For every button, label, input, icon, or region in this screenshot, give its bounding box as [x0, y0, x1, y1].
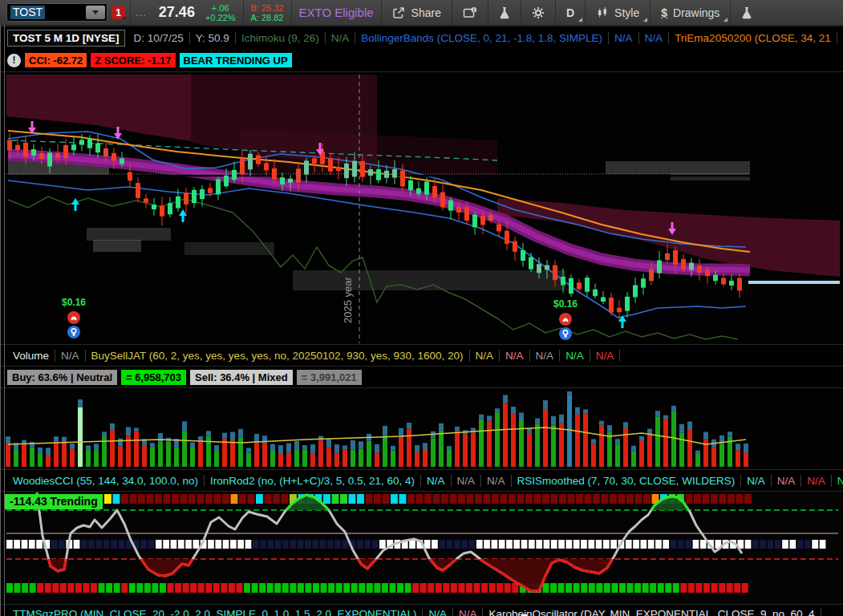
candlestick-icon	[596, 6, 609, 18]
volume-header-row: VolumeN/ABuySellJAT (60, 2, yes, yes, ye…	[0, 344, 843, 366]
chart-header-row: TOST 5 M 1D [NYSE] D: 10/7/25 Y: 50.9 Ic…	[0, 26, 843, 49]
settings-button[interactable]	[521, 0, 556, 25]
svg-text:$0.16: $0.16	[553, 298, 578, 310]
alert-row: ! CCI: -62.72 Z SCORE: -1.17 BEAR TRENDI…	[0, 49, 843, 71]
study-label[interactable]: N/A	[470, 350, 501, 362]
study-label[interactable]: N/A	[326, 32, 356, 44]
volume-canvas[interactable]	[0, 388, 843, 469]
study-label[interactable]: Volume	[7, 350, 55, 362]
study-label[interactable]: BuySellJAT (60, 2, yes, yes, yes, yes, n…	[86, 350, 470, 362]
study-label[interactable]: N/A	[832, 475, 843, 487]
main-chart-pane: 2025 year$0.16$0.16	[0, 71, 843, 344]
study-label[interactable]: N/A	[560, 350, 590, 362]
svg-text:$0.16: $0.16	[62, 297, 86, 308]
ask-price: A: 28.82	[251, 13, 284, 22]
style-label: Style	[614, 6, 639, 19]
zscore-badge: Z SCORE: -1.17	[91, 53, 175, 67]
oscillator-header-row: WoodiesCCI (55, 144, 34.0, 100.0, no)Iro…	[0, 469, 843, 491]
oscillator-pane: -114.43 Trending	[0, 491, 843, 604]
top-toolbar: TOST 1 ... 27.46 +.06 +0.22% B: 25.32 A:…	[0, 0, 843, 26]
share-label: Share	[411, 6, 441, 19]
study-label[interactable]: N/A	[55, 350, 86, 362]
study-label[interactable]: N/A	[801, 475, 832, 487]
study-label[interactable]: IronRod2 (no, (H+L+C)/3, 5, 0.5, 21, 60,…	[205, 475, 421, 487]
buy-volume-badge: = 6,958,703	[121, 370, 186, 385]
chevron-down-icon	[92, 10, 99, 14]
study-label[interactable]: KarobeinOscillator (DAY, MIN, EXPONENTIA…	[483, 608, 821, 616]
cci-badge: CCI: -62.72	[25, 53, 87, 67]
price-change-pct: +0.22%	[205, 13, 236, 22]
flask-icon	[499, 6, 510, 19]
study-label[interactable]: N/A	[609, 32, 639, 44]
drawings-button[interactable]: $ Drawings	[650, 0, 731, 25]
share-button[interactable]: Share	[382, 0, 452, 25]
volume-pane	[0, 387, 843, 469]
symbol-dropdown-button[interactable]	[86, 6, 105, 19]
sell-percent-badge: Sell: 36.4% | Mixed	[190, 370, 293, 385]
study-label[interactable]: TTMSqzPRO (MIN, CLOSE, 20, -2.0, 2.0, SI…	[7, 608, 423, 616]
chart-title: TOST 5 M 1D [NYSE]	[7, 30, 125, 47]
flask-icon	[741, 6, 752, 19]
gear-icon	[532, 6, 545, 19]
study-label[interactable]: N/A	[530, 350, 561, 362]
analysis-tools-button[interactable]	[488, 0, 521, 25]
study-label[interactable]: RSISmoothed (7, 70, 30, CLOSE, WILDERS)	[512, 475, 742, 487]
bottom-header-row: TTMSqzPRO (MIN, CLOSE, 20, -2.0, 2.0, SI…	[0, 604, 843, 616]
study-label[interactable]: N/A	[481, 475, 512, 487]
drawings-label: Drawings	[673, 6, 719, 19]
studies-button[interactable]	[731, 0, 763, 25]
reports-button[interactable]	[452, 0, 488, 25]
symbol-group: TOST 1	[0, 0, 131, 25]
study-label[interactable]: Ichimoku (9, 26)	[236, 32, 326, 44]
change-column: +.06 +0.22%	[198, 0, 244, 25]
exto-eligible-label: EXTO Eligible	[292, 0, 382, 25]
oscillator-canvas[interactable]	[0, 492, 843, 604]
study-label[interactable]: N/A	[639, 32, 670, 44]
share-icon	[392, 6, 406, 19]
studies-list: Ichimoku (9, 26)N/ABollingerBands (CLOSE…	[236, 26, 837, 49]
bid-price: B: 25.32	[251, 3, 284, 13]
study-label[interactable]: TriEma2050200 (CLOSE, 34, 21	[669, 32, 837, 44]
study-label[interactable]: WoodiesCCI (55, 144, 34.0, 100.0, no)	[7, 475, 205, 487]
svg-text:2025 year: 2025 year	[342, 277, 354, 323]
dollar-icon: $	[661, 6, 667, 19]
trading-platform-window: TOST 1 ... 27.46 +.06 +0.22% B: 25.32 A:…	[0, 0, 843, 616]
symbol-text[interactable]: TOST	[10, 6, 45, 19]
style-button[interactable]: Style	[586, 0, 650, 25]
last-price: 27.46	[152, 0, 198, 25]
date-readout: D: 10/7/25	[128, 32, 190, 44]
price-change: +.06	[212, 3, 229, 13]
study-label[interactable]: N/A	[772, 475, 802, 487]
study-label[interactable]: N/A	[741, 475, 772, 487]
bid-ask-column: B: 25.32 A: 28.82	[244, 0, 292, 25]
timeframe-label: D	[566, 6, 574, 19]
study-label[interactable]: N/A	[423, 608, 453, 616]
timeframe-button[interactable]: D	[556, 0, 586, 25]
more-options-button[interactable]: ...	[131, 0, 152, 25]
study-label[interactable]: N/A	[500, 350, 530, 362]
cci-trend-label: -114.43 Trending	[5, 494, 103, 509]
symbol-input[interactable]: TOST	[6, 3, 107, 22]
volume-stats-row: Buy: 63.6% | Neutral = 6,958,703 Sell: 3…	[0, 366, 843, 387]
alert-icon[interactable]: !	[7, 54, 21, 67]
window-info-icon	[463, 6, 477, 19]
study-label[interactable]: N/A	[453, 608, 484, 616]
buy-percent-badge: Buy: 63.6% | Neutral	[7, 370, 117, 385]
trend-badge: BEAR TRENDING UP	[180, 53, 292, 67]
chart-canvas[interactable]: 2025 year$0.16$0.16	[0, 72, 843, 344]
study-label[interactable]: N/A	[421, 475, 452, 487]
study-label[interactable]: N/A	[452, 475, 482, 487]
study-label[interactable]: BollingerBands (CLOSE, 0, 21, -1.8, 1.8,…	[355, 32, 609, 44]
alerts-badge[interactable]: 1	[111, 6, 125, 19]
study-label[interactable]: N/A	[590, 350, 621, 362]
sell-volume-badge: = 3,991,021	[297, 370, 362, 385]
y-readout: Y: 50.9	[190, 32, 236, 44]
